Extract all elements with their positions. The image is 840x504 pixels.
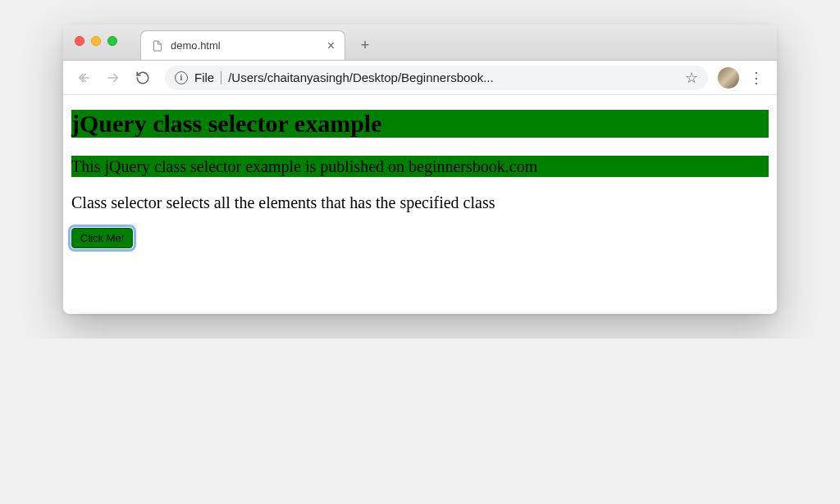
- forward-button[interactable]: [101, 66, 126, 90]
- url-path: /Users/chaitanyasingh/Desktop/Beginnersb…: [228, 70, 678, 84]
- toolbar: i File /Users/chaitanyasingh/Desktop/Beg…: [63, 61, 777, 95]
- url-divider: [221, 71, 221, 84]
- url-scheme: File: [194, 70, 214, 84]
- page-heading: jQuery class selector example: [71, 110, 769, 138]
- reload-button[interactable]: [130, 66, 155, 90]
- new-tab-button[interactable]: +: [354, 34, 377, 57]
- bookmark-star-icon[interactable]: ☆: [685, 69, 698, 87]
- site-info-icon[interactable]: i: [175, 71, 188, 84]
- minimize-window-button[interactable]: [91, 36, 101, 46]
- address-bar[interactable]: i File /Users/chaitanyasingh/Desktop/Beg…: [165, 66, 708, 90]
- browser-tab[interactable]: demo.html ×: [140, 30, 345, 60]
- file-icon: [151, 39, 164, 52]
- close-tab-button[interactable]: ×: [327, 39, 335, 53]
- browser-window: demo.html × + i File /Users/chaitanyasin…: [63, 25, 777, 314]
- page-content: jQuery class selector example This jQuer…: [63, 95, 777, 314]
- browser-menu-button[interactable]: ⋮: [744, 66, 769, 90]
- window-controls: [75, 36, 117, 46]
- back-button[interactable]: [71, 66, 96, 90]
- profile-avatar[interactable]: [718, 67, 739, 89]
- page-paragraph-2: Class selector selects all the elements …: [71, 192, 769, 213]
- maximize-window-button[interactable]: [107, 36, 117, 46]
- click-me-button[interactable]: Click Me!: [71, 228, 133, 248]
- page-paragraph-1: This jQuery class selector example is pu…: [71, 156, 769, 177]
- tab-title: demo.html: [171, 39, 321, 52]
- titlebar: demo.html × +: [63, 25, 777, 61]
- close-window-button[interactable]: [75, 36, 84, 46]
